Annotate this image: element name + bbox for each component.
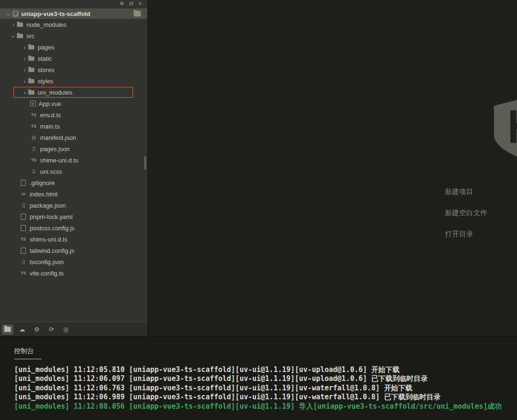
tree-item-label: pnpm-lock.yaml — [30, 213, 73, 220]
browser-icon[interactable]: ◎ — [60, 324, 72, 335]
collapse-all-icon[interactable]: ⊟ — [129, 1, 133, 6]
chevron-right-icon[interactable]: › — [22, 89, 28, 96]
folder-icon — [28, 89, 35, 96]
chevron-down-icon[interactable]: › — [10, 33, 16, 40]
chevron-right-icon[interactable]: › — [22, 56, 28, 62]
console-log-line: [uni_modules] 11:12:06.763 [uniapp-vue3-… — [14, 384, 517, 393]
tree-item-styles[interactable]: ›styles — [0, 75, 147, 87]
tree-item-label: pages.json — [40, 145, 70, 153]
tree-item-label: index.html — [30, 191, 57, 198]
console-log-line: [uni_modules] 11:12:06.097 [uniapp-vue3-… — [14, 374, 517, 383]
tree-item-App.vue[interactable]: VApp.vue — [0, 98, 147, 109]
tree-item-label: env.d.ts — [40, 112, 61, 119]
tree-item-node_modules[interactable]: ›node_modules — [0, 19, 147, 30]
ts-icon: TS — [20, 270, 27, 276]
tree-item-index.html[interactable]: <>index.html — [0, 188, 147, 200]
tree-item-label: styles — [38, 78, 53, 85]
tree-item-label: tsconfig.json — [30, 258, 64, 266]
tree-item-pages.json[interactable]: [ ]pages.json — [0, 143, 147, 154]
ts-icon: TS — [20, 236, 27, 242]
file-icon — [20, 179, 27, 186]
tree-item-label: stores — [38, 66, 54, 73]
tree-item-postcss.config.js[interactable]: postcss.config.js — [0, 222, 147, 234]
json-icon: [ ] — [30, 145, 37, 152]
chevron-right-icon[interactable]: › — [22, 44, 28, 50]
tree-item-label: node_modules — [26, 21, 66, 28]
folder-icon — [28, 66, 35, 73]
sidebar-bottom-toolbar: ☁⚙⟳◎ — [0, 322, 147, 336]
sync-icon[interactable]: ⟳ — [46, 324, 57, 335]
tree-item-label: pages — [38, 44, 54, 51]
tree-item-shims-uni.d.ts[interactable]: TSshims-uni.d.ts — [0, 234, 147, 245]
file-explorer-panel: ⊕⊟≡ › uniapp-vue3-ts-scaffold ›node_modu… — [0, 0, 147, 336]
editor-welcome-area: 新建项目新建空白文件打开目录 — [148, 0, 517, 336]
ts-icon: TS — [30, 123, 37, 129]
file-icon — [20, 247, 27, 254]
open-directory-link[interactable]: 打开目录 — [445, 230, 487, 239]
project-name: uniapp-vue3-ts-scaffold — [21, 10, 90, 17]
console-log-line: [uni_modules] 11:12:05.810 [uniapp-vue3-… — [14, 365, 517, 374]
tree-item-tailwind.config.js[interactable]: tailwind.config.js — [0, 245, 147, 256]
tree-item-label: uni.scss — [40, 168, 62, 175]
folder-icon — [28, 44, 35, 50]
tree-item-env.d.ts[interactable]: TSenv.d.ts — [0, 109, 147, 121]
console-output: [uni_modules] 11:12:05.810 [uniapp-vue3-… — [14, 365, 517, 411]
tree-item-shime-uni.d.ts[interactable]: TSshime-uni.d.ts — [0, 154, 147, 166]
json-icon: [ ] — [20, 202, 27, 209]
tree-item-uni.scss[interactable]: Suni.scss — [0, 166, 147, 177]
plugins-icon[interactable]: ⚙ — [31, 324, 42, 335]
menu-icon[interactable]: ≡ — [139, 1, 142, 6]
tree-item-vite.config.ts[interactable]: TSvite.config.ts — [0, 267, 147, 279]
tree-item-label: manifest.json — [40, 134, 76, 141]
project-root-row[interactable]: › uniapp-vue3-ts-scaffold — [0, 8, 147, 19]
cloud-icon[interactable]: ☁ — [16, 324, 28, 335]
tree-item-label: shime-uni.d.ts — [40, 157, 78, 164]
project-explorer-icon[interactable] — [2, 324, 13, 335]
tree-item-stores[interactable]: ›stores — [0, 64, 147, 75]
ide-window: ⊕⊟≡ › uniapp-vue3-ts-scaffold ›node_modu… — [0, 0, 517, 420]
folder-icon — [28, 78, 35, 84]
tree-item-label: uni_modules — [38, 89, 73, 96]
tree-item-uni_modules[interactable]: ›uni_modules — [0, 87, 147, 98]
tree-item-label: vite.config.ts — [30, 270, 64, 277]
tree-item-label: static — [38, 55, 52, 62]
explorer-toolbar: ⊕⊟≡ — [0, 0, 147, 7]
tree-item-tsconfig.json[interactable]: [ ]tsconfig.json — [0, 256, 147, 267]
chevron-right-icon[interactable]: › — [22, 78, 28, 84]
ts-icon: TS — [30, 157, 37, 163]
project-icon — [13, 11, 18, 16]
json-o-icon: [o] — [30, 134, 37, 141]
tree-item-pnpm-lock.yaml[interactable]: pnpm-lock.yaml — [0, 211, 147, 222]
tree-item-static[interactable]: ›static — [0, 53, 147, 64]
sidebar-scrollbar-thumb[interactable] — [144, 156, 146, 170]
tree-item-label: main.ts — [40, 123, 60, 130]
chevron-right-icon[interactable]: › — [22, 67, 28, 73]
file-icon — [20, 213, 27, 220]
locate-file-icon[interactable]: ⊕ — [120, 1, 124, 6]
console-log-line: [uni_modules] 11:12:06.989 [uniapp-vue3-… — [14, 393, 517, 402]
tree-item-label: src — [26, 32, 34, 40]
console-log-line: [uni_modules] 11:12:08.056 [uniapp-vue3-… — [14, 402, 517, 411]
tree-item-label: .gitignore — [30, 179, 55, 186]
tree-item-.gitignore[interactable]: .gitignore — [0, 177, 147, 188]
file-icon — [20, 225, 27, 231]
chevron-down-icon[interactable]: › — [6, 11, 12, 17]
tab-console[interactable]: 控制台 — [14, 347, 41, 359]
tree-item-manifest.json[interactable]: [o]manifest.json — [0, 132, 147, 143]
file-tree: ›node_modules›src›pages›static›stores›st… — [0, 19, 147, 279]
new-project-link[interactable]: 新建项目 — [445, 187, 487, 196]
tree-item-pages[interactable]: ›pages — [0, 41, 147, 53]
tree-item-package.json[interactable]: [ ]package.json — [0, 200, 147, 211]
new-blank-file-link[interactable]: 新建空白文件 — [445, 209, 487, 218]
hbuilderx-logo-watermark — [490, 97, 517, 162]
folder-icon[interactable] — [134, 11, 141, 16]
tree-item-label: package.json — [30, 202, 66, 209]
tree-item-label: shims-uni.d.ts — [30, 236, 67, 243]
chevron-right-icon[interactable]: › — [10, 22, 16, 28]
folder-glyph — [4, 327, 11, 332]
tree-item-main.ts[interactable]: TSmain.ts — [0, 121, 147, 132]
tree-item-src[interactable]: ›src — [0, 30, 147, 41]
html-icon: <> — [20, 191, 27, 197]
folder-icon — [16, 32, 24, 39]
welcome-actions: 新建项目新建空白文件打开目录 — [445, 187, 487, 251]
